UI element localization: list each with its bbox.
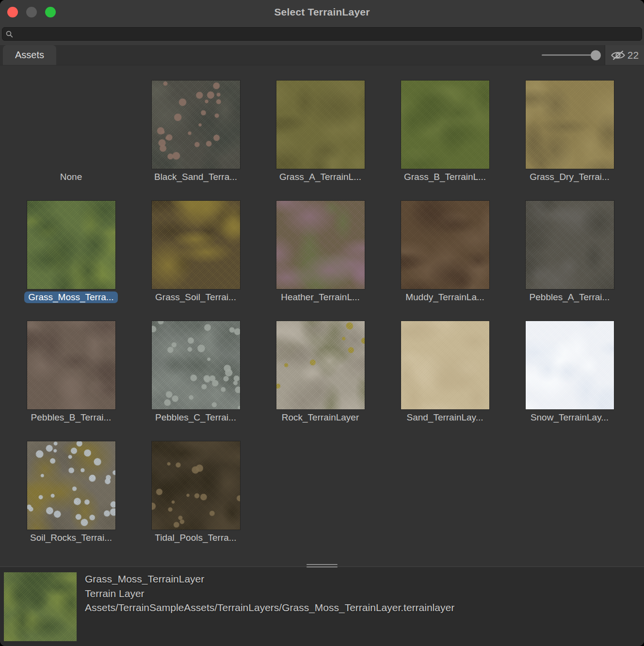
window-title: Select TerrainLayer	[0, 6, 644, 18]
search-icon	[6, 31, 13, 38]
grid-item-snow-terrainlay[interactable]: Snow_TerrainLay...	[507, 321, 632, 423]
item-label: Pebbles_B_Terrai...	[27, 412, 115, 423]
grid-item-soil-rocks-terrai[interactable]: Soil_Rocks_Terrai...	[9, 441, 133, 544]
item-label: None	[56, 171, 86, 183]
grid-item-rock-terrainlayer[interactable]: Rock_TerrainLayer	[258, 321, 383, 423]
item-label: Tidal_Pools_Terra...	[151, 532, 240, 544]
grid-item-pebbles-a-terrai[interactable]: Pebbles_A_Terrai...	[507, 200, 632, 303]
item-thumbnail	[525, 80, 614, 169]
item-thumbnail	[276, 200, 365, 290]
slider-knob[interactable]	[591, 50, 601, 60]
item-thumbnail	[276, 321, 365, 410]
item-thumbnail	[27, 321, 116, 410]
selected-asset-path: Assets/TerrainSampleAssets/TerrainLayers…	[85, 600, 454, 615]
item-label: Grass_B_TerrainL...	[400, 171, 490, 183]
item-label: Soil_Rocks_Terrai...	[26, 532, 116, 544]
item-thumbnail	[151, 200, 241, 290]
item-thumbnail	[151, 441, 241, 530]
tab-assets[interactable]: Assets	[3, 45, 56, 65]
grid-item-grass-a-terrainl[interactable]: Grass_A_TerrainL...	[258, 80, 383, 183]
item-thumbnail	[525, 321, 614, 410]
tab-assets-label: Assets	[15, 49, 44, 61]
slider-track[interactable]	[542, 54, 593, 56]
item-thumbnail	[27, 441, 116, 530]
item-label: Grass_A_TerrainL...	[275, 171, 365, 183]
item-thumbnail	[401, 80, 490, 169]
traffic-lights	[7, 7, 56, 17]
search-input[interactable]	[16, 30, 638, 38]
minimize-button[interactable]	[26, 7, 37, 17]
grid-item-sand-terrainlay[interactable]: Sand_TerrainLay...	[383, 321, 507, 423]
item-label: Snow_TerrainLay...	[527, 412, 612, 423]
selection-details-panel: Grass_Moss_TerrainLayer Terrain Layer As…	[0, 566, 644, 646]
search-row	[0, 24, 644, 45]
grid-item-none[interactable]: None	[9, 80, 133, 183]
selected-asset-preview	[4, 572, 77, 641]
grid-item-grass-soil-terrai[interactable]: Grass_Soil_Terrai...	[133, 200, 258, 303]
hidden-count-button[interactable]: 22	[605, 45, 644, 65]
grid-item-muddy-terrainla[interactable]: Muddy_TerrainLa...	[383, 200, 507, 303]
search-box[interactable]	[2, 27, 642, 41]
item-thumbnail	[151, 321, 241, 410]
hidden-count-value: 22	[628, 49, 639, 61]
grid-item-grass-dry-terrai[interactable]: Grass_Dry_Terrai...	[507, 80, 632, 183]
zoom-button[interactable]	[45, 7, 56, 17]
item-label: Grass_Soil_Terrai...	[151, 291, 240, 303]
item-label: Pebbles_A_Terrai...	[526, 291, 614, 303]
item-label: Sand_TerrainLay...	[402, 412, 487, 423]
thumbnail-size-slider[interactable]	[542, 45, 605, 65]
asset-grid: None Black_Sand_Terra... Grass_A_Terrain…	[0, 65, 644, 544]
tab-strip: Assets 22	[0, 45, 644, 65]
title-bar: Select TerrainLayer	[0, 0, 644, 24]
close-button[interactable]	[7, 7, 18, 17]
item-label: Heather_TerrainL...	[277, 291, 364, 303]
eye-slash-icon	[611, 49, 626, 61]
item-label: Grass_Moss_Terra...	[24, 291, 117, 303]
item-thumbnail	[27, 200, 116, 290]
item-thumbnail	[525, 200, 614, 290]
item-label: Muddy_TerrainLa...	[402, 291, 488, 303]
select-terrainlayer-window: Select TerrainLayer Assets	[0, 0, 644, 646]
grid-item-grass-b-terrainl[interactable]: Grass_B_TerrainL...	[383, 80, 507, 183]
item-label: Rock_TerrainLayer	[278, 412, 363, 423]
grid-item-black-sand-terra[interactable]: Black_Sand_Terra...	[133, 80, 258, 183]
grid-item-grass-moss-terra[interactable]: Grass_Moss_Terra...	[9, 200, 133, 303]
item-label: Pebbles_C_Terrai...	[151, 412, 240, 423]
panel-resize-handle[interactable]	[306, 563, 338, 570]
item-thumbnail	[276, 80, 365, 169]
item-label: Grass_Dry_Terrai...	[526, 171, 613, 183]
item-label: Black_Sand_Terra...	[150, 171, 241, 183]
tab-right-controls: 22	[542, 45, 644, 65]
item-thumbnail	[401, 321, 490, 410]
selected-asset-type: Terrain Layer	[85, 586, 454, 601]
grid-item-heather-terrainl[interactable]: Heather_TerrainL...	[258, 200, 383, 303]
selected-asset-name: Grass_Moss_TerrainLayer	[85, 572, 454, 586]
grid-item-pebbles-b-terrai[interactable]: Pebbles_B_Terrai...	[9, 321, 133, 423]
item-thumbnail	[151, 80, 241, 169]
grid-item-tidal-pools-terra[interactable]: Tidal_Pools_Terra...	[133, 441, 258, 544]
item-thumbnail	[401, 200, 490, 290]
selected-asset-info: Grass_Moss_TerrainLayer Terrain Layer As…	[85, 572, 454, 615]
grid-item-pebbles-c-terrai[interactable]: Pebbles_C_Terrai...	[133, 321, 258, 423]
